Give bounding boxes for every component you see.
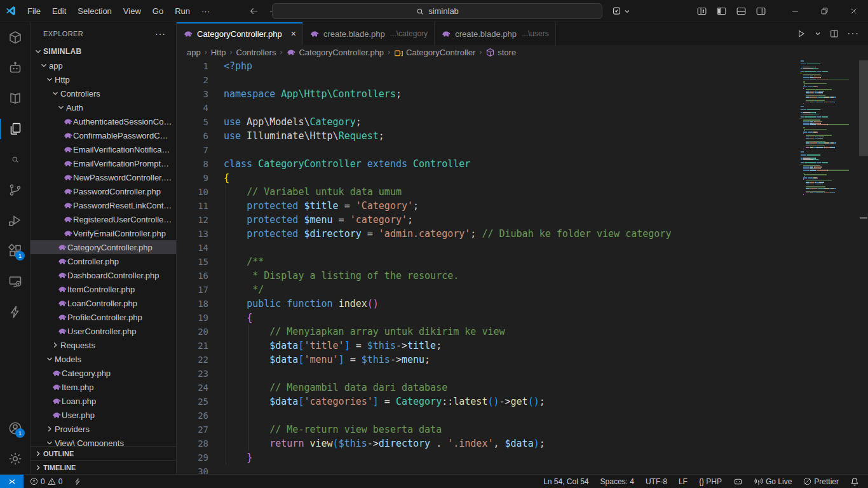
code-line-12[interactable]: 12 protected $menu = 'category'; xyxy=(177,213,868,227)
tree-folder-Http[interactable]: Http xyxy=(31,72,176,86)
code-line-7[interactable]: 7 xyxy=(177,143,868,157)
toggle-sidebar-right-icon[interactable] xyxy=(756,6,766,17)
status-item--php[interactable]: {} PHP xyxy=(695,475,726,488)
code-line-19[interactable]: 19 { xyxy=(177,311,868,325)
activity-item-settings-icon[interactable] xyxy=(0,444,30,474)
code-line-26[interactable]: 26 xyxy=(177,409,868,423)
tree-file-RegisteredUserController....[interactable]: RegisteredUserController.... xyxy=(31,212,176,226)
toggle-sidebar-left-icon[interactable] xyxy=(716,6,727,17)
code-line-27[interactable]: 27 // Me-return view beserta data xyxy=(177,423,868,437)
code-line-8[interactable]: 8class CategoryController extends Contro… xyxy=(177,157,868,171)
code-line-2[interactable]: 2 xyxy=(177,73,868,87)
tree-folder-View-Components[interactable]: View\ Components xyxy=(31,436,176,446)
activity-item-package-icon[interactable] xyxy=(0,22,30,53)
activity-item-search-icon[interactable] xyxy=(0,144,30,175)
tree-file-UserController.php[interactable]: UserController.php xyxy=(31,324,176,338)
tree-file-LoanController.php[interactable]: LoanController.php xyxy=(31,296,176,310)
editor-more-actions-button[interactable]: ··· xyxy=(847,28,859,39)
code-line-5[interactable]: 5use App\Models\Category; xyxy=(177,115,868,129)
tree-file-AuthenticatedSessionCont...[interactable]: AuthenticatedSessionCont... xyxy=(31,114,176,128)
breadcrumb-item-CategoryController[interactable]: CategoryController xyxy=(394,48,475,57)
tree-folder-Auth[interactable]: Auth xyxy=(31,100,176,114)
activity-item-remote-explorer-icon[interactable] xyxy=(0,266,30,297)
file-tab-CategoryController.php[interactable]: CategoryController.php× xyxy=(177,22,303,45)
code-line-30[interactable]: 30 xyxy=(177,464,868,474)
code-line-9[interactable]: 9{ xyxy=(177,171,868,185)
timeline-section[interactable]: TIMELINE xyxy=(31,460,176,474)
tree-file-User.php[interactable]: User.php xyxy=(31,408,176,422)
status-item-go-live[interactable]: Go Live xyxy=(750,475,796,488)
toggle-panel-icon[interactable] xyxy=(736,6,747,17)
tree-folder-Providers[interactable]: Providers xyxy=(31,422,176,436)
menu-item-[interactable]: ··· xyxy=(196,0,215,22)
activity-item-explorer-icon[interactable] xyxy=(0,114,30,144)
breadcrumb-item-app[interactable]: app xyxy=(187,48,201,57)
tree-file-Controller.php[interactable]: Controller.php xyxy=(31,254,176,268)
breadcrumb-item-Controllers[interactable]: Controllers xyxy=(236,48,276,57)
explorer-more-actions-button[interactable]: ··· xyxy=(155,29,166,39)
code-line-28[interactable]: 28 return view($this->directory . '.inde… xyxy=(177,437,868,451)
status-item-copilot-icon[interactable] xyxy=(729,475,747,488)
code-line-11[interactable]: 11 protected $title = 'Category'; xyxy=(177,199,868,213)
remote-indicator-button[interactable] xyxy=(0,475,24,488)
code-line-16[interactable]: 16 * Display a listing of the resource. xyxy=(177,269,868,283)
menu-item-go[interactable]: Go xyxy=(147,0,169,22)
menu-item-view[interactable]: View xyxy=(118,0,147,22)
code-line-18[interactable]: 18 public function index() xyxy=(177,297,868,311)
tree-folder-SIMINLAB[interactable]: SIMINLAB xyxy=(31,44,176,58)
chevron-down-icon[interactable] xyxy=(623,8,631,15)
code-line-24[interactable]: 24 // Mengambil data dari database xyxy=(177,381,868,395)
code-line-25[interactable]: 25 $data['categories'] = Category::lates… xyxy=(177,395,868,409)
tab-close-button[interactable]: × xyxy=(291,29,296,39)
code-line-17[interactable]: 17 */ xyxy=(177,283,868,297)
tree-file-Loan.php[interactable]: Loan.php xyxy=(31,394,176,408)
copilot-menu-icon[interactable] xyxy=(611,6,622,17)
tree-file-DashboardController.php[interactable]: DashboardController.php xyxy=(31,268,176,282)
restore-button[interactable] xyxy=(810,0,839,22)
menu-item-run[interactable]: Run xyxy=(169,0,196,22)
file-tab-create.blade.php[interactable]: create.blade.php...\users xyxy=(435,22,556,45)
chevron-down-icon[interactable] xyxy=(814,30,822,37)
activity-item-source-control-icon[interactable] xyxy=(0,175,30,205)
breadcrumb-item-CategoryController.php[interactable]: CategoryController.php xyxy=(286,47,384,57)
back-arrow-icon[interactable] xyxy=(248,6,259,17)
scrollbar-thumb[interactable] xyxy=(859,60,868,156)
tree-file-EmailVerificationNotificati...[interactable]: EmailVerificationNotificati... xyxy=(31,142,176,156)
code-line-4[interactable]: 4 xyxy=(177,101,868,115)
tree-folder-Requests[interactable]: Requests xyxy=(31,338,176,352)
minimap[interactable] xyxy=(801,60,858,197)
customize-layout-icon[interactable] xyxy=(696,6,707,17)
tree-file-ConfirmablePasswordCont...[interactable]: ConfirmablePasswordCont... xyxy=(31,128,176,142)
tree-file-PasswordController.php[interactable]: PasswordController.php xyxy=(31,184,176,198)
status-item-utf-8[interactable]: UTF-8 xyxy=(642,475,671,488)
activity-item-book-icon[interactable] xyxy=(0,83,30,114)
menu-item-selection[interactable]: Selection xyxy=(72,0,117,22)
code-line-29[interactable]: 29 } xyxy=(177,451,868,464)
code-line-21[interactable]: 21 $data['title'] = $this->title; xyxy=(177,339,868,353)
code-line-20[interactable]: 20 // Menyiapkan array untuk dikirim ke … xyxy=(177,325,868,339)
run-code-button[interactable] xyxy=(796,29,806,39)
tree-file-ProfileController.php[interactable]: ProfileController.php xyxy=(31,310,176,324)
problems-status[interactable]: 0 0 xyxy=(26,475,66,488)
code-line-14[interactable]: 14 xyxy=(177,241,868,255)
tree-folder-Models[interactable]: Models xyxy=(31,352,176,366)
status-item-bell-icon[interactable] xyxy=(846,475,863,488)
editor-scrollbar[interactable] xyxy=(859,59,868,474)
code-line-1[interactable]: 1<?php xyxy=(177,59,868,73)
activity-item-chat-robot-icon[interactable] xyxy=(0,53,30,83)
lightning-status[interactable] xyxy=(70,475,85,488)
tree-folder-app[interactable]: app xyxy=(31,58,176,72)
code-editor[interactable]: 1<?php23namespace App\Http\Controllers;4… xyxy=(177,59,868,474)
activity-item-extensions-icon[interactable]: 1 xyxy=(0,236,30,266)
code-line-23[interactable]: 23 xyxy=(177,367,868,381)
tree-folder-Controllers[interactable]: Controllers xyxy=(31,86,176,100)
menu-item-edit[interactable]: Edit xyxy=(46,0,72,22)
code-line-22[interactable]: 22 $data['menu'] = $this->menu; xyxy=(177,353,868,367)
status-item-lf[interactable]: LF xyxy=(675,475,691,488)
tree-file-ItemController.php[interactable]: ItemController.php xyxy=(31,282,176,296)
file-tab-create.blade.php[interactable]: create.blade.php...\category xyxy=(303,22,435,45)
code-line-15[interactable]: 15 /** xyxy=(177,255,868,269)
activity-item-accounts-icon[interactable]: 1 xyxy=(0,413,30,444)
tree-file-EmailVerificationPromptCo...[interactable]: EmailVerificationPromptCo... xyxy=(31,156,176,170)
status-item-prettier[interactable]: Prettier xyxy=(799,475,843,488)
